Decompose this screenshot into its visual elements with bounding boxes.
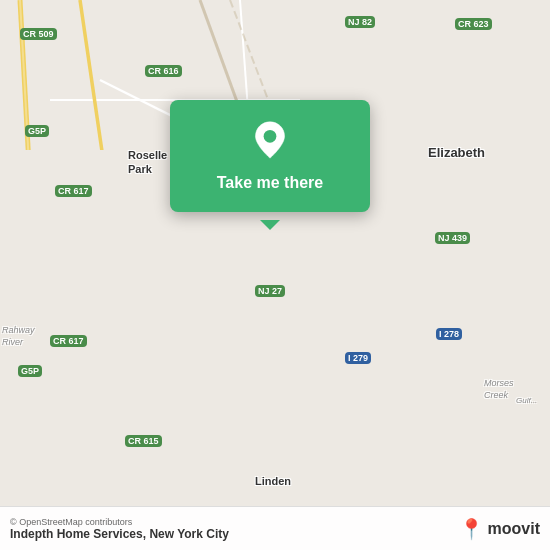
- map-container: CR 509 CR 616 NJ 82 CR 623 G5P CR 617 NJ…: [0, 0, 550, 550]
- badge-nj82: NJ 82: [345, 16, 375, 28]
- label-morses: MorsesCreek: [484, 378, 514, 401]
- badge-g5p1: G5P: [25, 125, 49, 137]
- badge-g5p2: G5P: [18, 365, 42, 377]
- svg-point-30: [264, 130, 277, 143]
- badge-i278: I 278: [436, 328, 462, 340]
- badge-cr616: CR 616: [145, 65, 182, 77]
- badge-nj439: NJ 439: [435, 232, 470, 244]
- label-gulf: Gulf...: [516, 396, 537, 405]
- label-rahway: RahwayRiver: [2, 325, 35, 348]
- label-linden: Linden: [255, 475, 291, 487]
- moovit-label: moovit: [488, 520, 540, 538]
- badge-nj27: NJ 27: [255, 285, 285, 297]
- moovit-pin-icon: 📍: [459, 517, 484, 541]
- location-pin-icon: [250, 120, 290, 160]
- take-me-there-button[interactable]: Take me there: [209, 170, 331, 196]
- label-elizabeth: Elizabeth: [428, 145, 485, 160]
- label-roselle: RosellePark: [128, 148, 167, 177]
- badge-cr509: CR 509: [20, 28, 57, 40]
- badge-cr615: CR 615: [125, 435, 162, 447]
- badge-cr623: CR 623: [455, 18, 492, 30]
- service-name-text: Indepth Home Services, New York City: [10, 527, 459, 541]
- badge-cr617a: CR 617: [55, 185, 92, 197]
- popup-card: Take me there: [170, 100, 370, 212]
- badge-cr617b: CR 617: [50, 335, 87, 347]
- badge-i279: I 279: [345, 352, 371, 364]
- attribution-text: © OpenStreetMap contributors: [10, 517, 459, 527]
- bottom-bar: © OpenStreetMap contributors Indepth Hom…: [0, 506, 550, 550]
- moovit-logo: 📍 moovit: [459, 517, 540, 541]
